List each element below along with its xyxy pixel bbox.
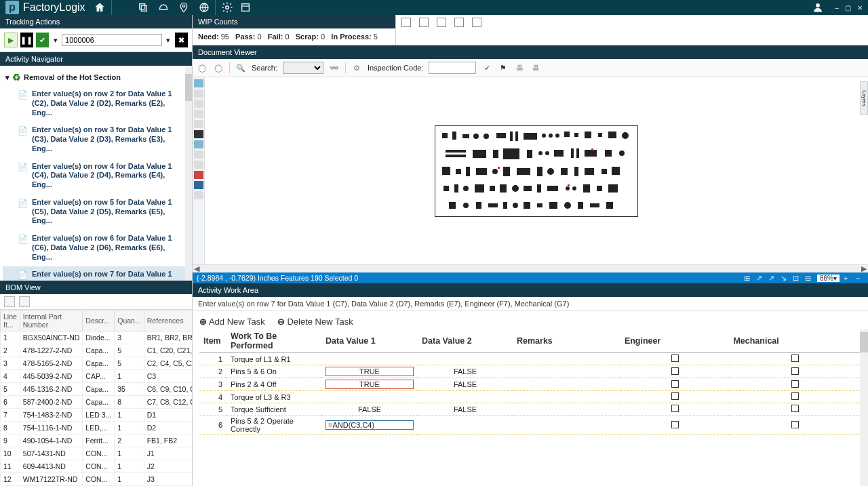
table-row[interactable]: 11609-4413-NDCON...1J2 [1, 460, 193, 473]
table-row[interactable]: 6587-2400-2-NDCapa...8C7, C8, C12, C14, … [1, 396, 193, 409]
mechanical-checkbox[interactable] [791, 355, 799, 362]
copy-icon[interactable] [138, 2, 149, 13]
check-dropdown[interactable]: ▾ [52, 36, 59, 45]
zoom-tool-3[interactable]: ↗ [768, 274, 776, 282]
search-combo[interactable] [283, 62, 323, 74]
nav-fwd-icon[interactable]: ◯ [213, 62, 224, 73]
task-row[interactable]: 6Pins 5 & 2 Operate Correctly=AND(C3,C4) [199, 416, 861, 435]
tool-pointer[interactable] [194, 79, 203, 87]
zoom-value[interactable]: 86%▾ [817, 275, 840, 282]
engineer-checkbox[interactable] [671, 367, 679, 375]
table-row[interactable]: 1BGX50AINCT-NDDiode...3BR1, BR2, BR3 [1, 331, 193, 344]
nav-item[interactable]: 📄Enter value(s) on row 2 for Data Value … [3, 86, 189, 121]
tool-zoom[interactable] [194, 161, 203, 169]
mechanical-checkbox[interactable] [791, 392, 799, 400]
flag-icon[interactable]: ⚑ [498, 62, 509, 73]
task-row[interactable]: 4Torque of L3 & R3 [199, 391, 861, 403]
mechanical-checkbox[interactable] [791, 380, 799, 388]
table-row[interactable]: 10507-1431-NDCON...1J1 [1, 447, 193, 460]
layout-2-button[interactable] [419, 18, 429, 27]
inspection-input[interactable] [429, 62, 476, 74]
expand-icon[interactable]: ▾ [5, 73, 9, 82]
window-icon[interactable] [240, 2, 251, 13]
clear-button[interactable]: ✖ [175, 33, 188, 47]
nav-scrollbar[interactable] [185, 66, 192, 281]
zoom-tool-4[interactable]: ↘ [781, 274, 789, 282]
home-icon[interactable] [94, 1, 106, 14]
bom-col-header[interactable]: Quan... [115, 310, 144, 331]
maximize-button[interactable]: ▢ [845, 4, 851, 12]
delete-task-button[interactable]: ⊖ Delete New Task [277, 317, 353, 327]
nav-item[interactable]: 📄Enter value(s) on row 4 for Data Value … [3, 159, 189, 193]
engineer-checkbox[interactable] [671, 421, 679, 428]
add-task-button[interactable]: ⊕ Add New Task [199, 317, 265, 327]
zoom-in-icon[interactable]: + [844, 274, 852, 282]
engineer-checkbox[interactable] [671, 380, 679, 388]
globe-icon[interactable] [199, 2, 210, 13]
table-row[interactable]: 12WM17122TR-NDCON...1J3 [1, 473, 193, 486]
task-row[interactable]: 5Torque SufficientFALSEFALSE [199, 403, 861, 416]
minimize-button[interactable]: – [835, 4, 839, 12]
check-button[interactable]: ✔ [36, 33, 49, 47]
tool-pen[interactable] [194, 120, 203, 128]
table-row[interactable]: 9490-1054-1-NDFerrit...2FB1, FB2 [1, 434, 193, 447]
layout-1-button[interactable] [401, 18, 411, 27]
bom-expand-button[interactable] [4, 296, 15, 307]
nav-item[interactable]: 📄Enter value(s) on row 5 for Data Value … [3, 195, 189, 229]
pcb-canvas[interactable] [205, 77, 868, 264]
data-value-1-cell[interactable]: TRUE [326, 367, 414, 376]
table-row[interactable]: 4445-5039-2-NDCAP...1C3 [1, 370, 193, 383]
layout-3-button[interactable] [437, 18, 446, 27]
apply-icon[interactable]: ✔ [481, 62, 492, 73]
table-row[interactable]: 8754-1116-1-NDLED,...1D2 [1, 422, 193, 434]
gear-icon[interactable] [221, 1, 233, 14]
pause-button[interactable]: ❚❚ [20, 33, 33, 47]
table-row[interactable]: 2478-1227-2-NDCapa...5C1, C20, C21, C22, [1, 344, 193, 357]
layers-tab[interactable]: Layers [860, 81, 868, 115]
tool-highlight[interactable] [194, 140, 203, 148]
binoculars-icon[interactable]: 👓 [329, 62, 340, 73]
data-value-1-cell[interactable]: =AND(C3,C4) [326, 420, 414, 430]
nav-back-icon[interactable]: ◯ [197, 62, 208, 73]
engineer-checkbox[interactable] [671, 355, 679, 362]
nav-item[interactable]: 📄Enter value(s) on row 6 for Data Value … [3, 230, 189, 265]
bom-col-header[interactable]: Internal Part Number [20, 310, 82, 331]
doc-hscroll[interactable]: ◀▶ [193, 264, 868, 272]
search-icon[interactable]: 🔍 [235, 62, 246, 73]
task-row[interactable]: 1Torque of L1 & R1 [199, 353, 861, 365]
refresh-icon[interactable]: ⚙ [351, 62, 362, 73]
engineer-checkbox[interactable] [671, 392, 679, 400]
zoom-tool-2[interactable]: ↗ [756, 274, 764, 282]
task-row[interactable]: 3Pins 2 & 4 OffTRUEFALSE [199, 378, 861, 391]
engineer-checkbox[interactable] [671, 405, 679, 412]
mechanical-checkbox[interactable] [791, 421, 799, 428]
tool-fill[interactable] [194, 130, 203, 138]
bom-col-header[interactable]: Descr... [83, 310, 115, 331]
table-row[interactable]: 3478-5165-2-NDCapa...5C2, C4, C5, C24, C [1, 357, 193, 370]
unit-dropdown[interactable]: ▾ [165, 36, 172, 45]
table-row[interactable]: 7754-1483-2-NDLED 3...1D1 [1, 409, 193, 422]
zoom-tool-1[interactable]: ⊞ [744, 274, 752, 282]
nav-item[interactable]: 📄Enter value(s) on row 7 for Data Value … [3, 266, 189, 281]
zoom-tool-6[interactable]: ⊟ [805, 274, 813, 282]
print2-icon[interactable]: 🖶 [530, 62, 541, 73]
task-row[interactable]: 2Pins 5 & 6 OnTRUEFALSE [199, 365, 861, 378]
table-row[interactable]: 5445-1316-2-NDCapa...35C6, C9, C10, C11,… [1, 383, 193, 396]
print-icon[interactable]: 🖶 [514, 62, 525, 73]
unit-input[interactable] [62, 34, 162, 46]
play-button[interactable]: ▶ [4, 33, 18, 47]
mechanical-checkbox[interactable] [791, 405, 799, 412]
nav-item[interactable]: 📄Enter value(s) on row 3 for Data Value … [3, 122, 189, 157]
layout-4-button[interactable] [454, 18, 464, 27]
task-vscroll[interactable] [860, 329, 868, 486]
mechanical-checkbox[interactable] [791, 367, 799, 375]
tool-red[interactable] [194, 171, 203, 179]
close-button[interactable]: ✕ [857, 4, 863, 12]
bom-col-header[interactable]: Line It... [1, 310, 20, 331]
tool-misc[interactable] [194, 191, 203, 199]
layout-5-button[interactable] [472, 18, 481, 27]
tool-measure[interactable] [194, 150, 203, 159]
tool-line[interactable] [194, 110, 203, 118]
location-icon[interactable] [178, 2, 189, 13]
zoom-out-icon[interactable]: − [856, 274, 864, 282]
